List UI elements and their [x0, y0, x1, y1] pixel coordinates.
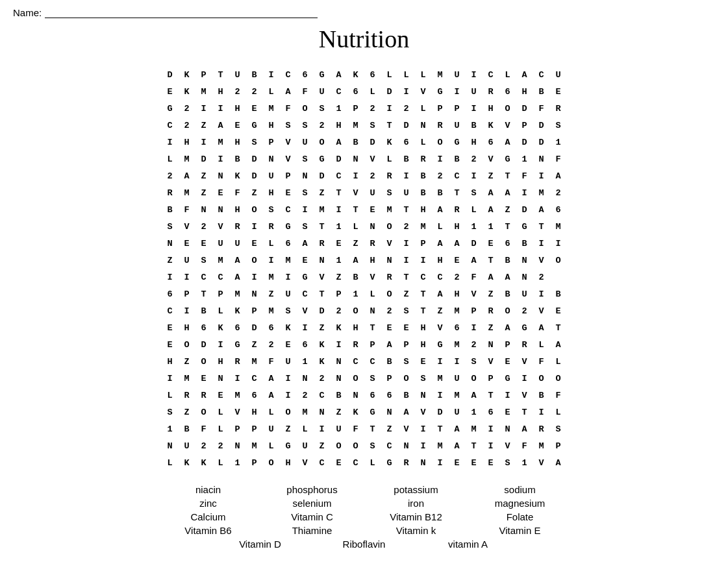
word-list-item: Vitamin B6: [176, 525, 241, 536]
grid-cell: T: [449, 184, 466, 201]
grid-cell: A: [499, 269, 516, 286]
grid-cell: M: [347, 117, 364, 134]
grid-cell: 6: [162, 286, 179, 302]
grid-cell: N: [347, 151, 364, 167]
grid-cell: N: [212, 167, 229, 184]
grid-cell: I: [280, 387, 297, 404]
grid-cell: L: [364, 454, 381, 471]
grid-cell: N: [195, 201, 212, 218]
grid-cell: E: [331, 235, 347, 252]
grid-cell: C: [162, 302, 179, 319]
grid-cell: E: [449, 252, 466, 269]
grid-cell: F: [195, 420, 212, 437]
grid-cell: L: [415, 66, 432, 83]
grid-cell: M: [195, 83, 212, 100]
grid-cell: 6: [398, 134, 415, 151]
grid-cell: B: [162, 201, 179, 218]
grid-cell: C: [297, 286, 314, 302]
grid-cell: M: [381, 201, 398, 218]
grid-cell: U: [179, 437, 195, 454]
grid-cell: D: [162, 66, 179, 83]
grid-cell: V: [280, 151, 297, 167]
grid-cell: P: [195, 66, 212, 83]
grid-cell: U: [516, 286, 533, 302]
word-list-item: iron: [384, 498, 449, 509]
grid-cell: B: [195, 302, 212, 319]
grid-cell: 2: [179, 117, 195, 134]
grid-cell: V: [212, 218, 229, 235]
grid-cell: V: [432, 319, 449, 336]
grid-cell: C: [533, 66, 550, 83]
grid-cell: I: [263, 252, 280, 269]
grid-cell: G: [499, 151, 516, 167]
grid-cell: L: [162, 151, 179, 167]
grid-cell: P: [263, 134, 280, 151]
grid-cell: A: [550, 167, 567, 184]
grid-cell: R: [229, 218, 246, 235]
grid-cell: B: [449, 151, 466, 167]
grid-cell: A: [533, 201, 550, 218]
grid-cell: O: [331, 437, 347, 454]
grid-cell: D: [314, 302, 331, 319]
grid-cell: D: [533, 117, 550, 134]
grid-cell: V: [533, 252, 550, 269]
grid-cell: M: [229, 387, 246, 404]
grid-cell: I: [195, 134, 212, 151]
grid-cell: U: [212, 235, 229, 252]
grid-cell: N: [516, 252, 533, 269]
grid-cell: N: [297, 370, 314, 387]
grid-cell: C: [364, 353, 381, 370]
grid-cell: N: [533, 151, 550, 167]
grid-cell: O: [550, 252, 567, 269]
grid-cell: N: [415, 117, 432, 134]
grid-cell: L: [432, 218, 449, 235]
grid-cell: K: [347, 404, 364, 420]
grid-cell: R: [483, 83, 499, 100]
grid-cell: O: [347, 370, 364, 387]
grid-cell: N: [499, 420, 516, 437]
grid-cell: S: [162, 218, 179, 235]
grid-cell: A: [516, 420, 533, 437]
grid-cell: M: [432, 437, 449, 454]
grid-cell: V: [415, 83, 432, 100]
grid-cell: S: [297, 184, 314, 201]
grid-cell: S: [550, 420, 567, 437]
grid-cell: C: [280, 201, 297, 218]
grid-cell: M: [246, 353, 263, 370]
grid-cell: Z: [483, 167, 499, 184]
grid-cell: M: [179, 151, 195, 167]
grid-cell: D: [516, 201, 533, 218]
grid-cell: C: [432, 269, 449, 286]
grid-cell: P: [483, 370, 499, 387]
grid-cell: B: [499, 286, 516, 302]
grid-cell: V: [297, 454, 314, 471]
grid-cell: T: [516, 404, 533, 420]
grid-cell: B: [246, 66, 263, 83]
grid-cell: C: [195, 269, 212, 286]
grid-cell: U: [449, 117, 466, 134]
word-list-item: phosphorus: [280, 484, 345, 495]
grid-cell: I: [432, 353, 449, 370]
grid-cell: M: [432, 370, 449, 387]
grid-cell: A: [449, 437, 466, 454]
grid-cell: B: [398, 387, 415, 404]
grid-cell: M: [297, 404, 314, 420]
grid-cell: 2: [246, 83, 263, 100]
grid-cell: Z: [499, 201, 516, 218]
grid-cell: H: [212, 83, 229, 100]
grid-cell: 6: [364, 387, 381, 404]
grid-cell: Z: [195, 167, 212, 184]
grid-cell: G: [297, 269, 314, 286]
grid-cell: R: [263, 218, 280, 235]
grid-cell: A: [483, 269, 499, 286]
word-list-item: Vitamin C: [280, 511, 345, 522]
grid-cell: D: [381, 83, 398, 100]
grid-cell: 1: [162, 420, 179, 437]
grid-cell: C: [331, 167, 347, 184]
grid-cell: M: [179, 184, 195, 201]
grid-cell: C: [162, 117, 179, 134]
grid-cell: T: [432, 420, 449, 437]
word-list-item: Vitamin B12: [384, 511, 449, 522]
grid-cell: L: [263, 83, 280, 100]
grid-cell: E: [162, 319, 179, 336]
